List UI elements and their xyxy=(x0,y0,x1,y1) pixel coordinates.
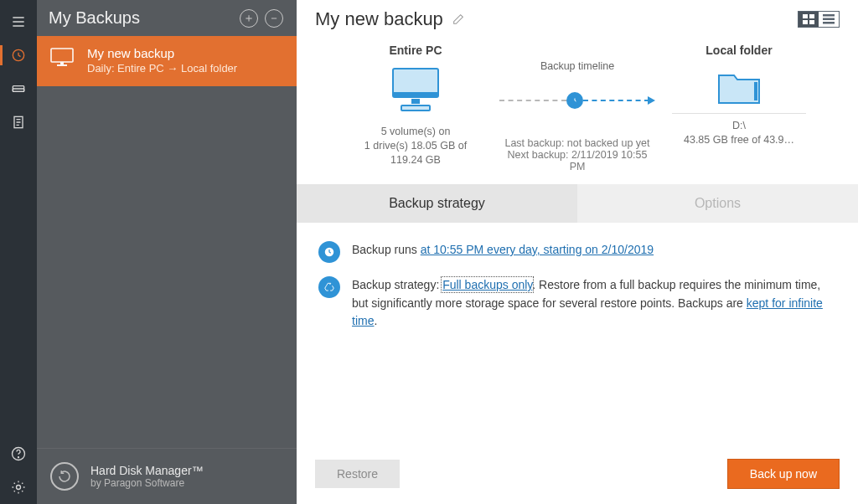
folder-icon xyxy=(672,65,806,110)
tab-options[interactable]: Options xyxy=(577,184,858,223)
svg-rect-9 xyxy=(60,62,64,65)
backup-now-button[interactable]: Back up now xyxy=(727,459,840,489)
svg-rect-18 xyxy=(393,92,438,97)
svg-point-5 xyxy=(18,457,19,458)
sidebar: My Backups ＋ － My new backup Daily: Enti… xyxy=(37,0,297,504)
backup-item-subtitle: Daily: Entire PC → Local folder xyxy=(87,62,237,75)
product-vendor: by Paragon Software xyxy=(90,477,204,489)
svg-rect-15 xyxy=(823,18,835,21)
svg-rect-7 xyxy=(51,49,73,62)
tabs: Backup strategy Options xyxy=(297,184,858,223)
strategy-suffix: . xyxy=(374,314,377,327)
next-backup-text: Next backup: 2/11/2019 10:55 PM xyxy=(499,149,655,172)
sidebar-footer: Hard Disk Manager™ by Paragon Software xyxy=(37,448,297,504)
help-icon[interactable] xyxy=(0,437,37,471)
view-list-button[interactable] xyxy=(819,12,839,27)
svg-rect-16 xyxy=(823,22,835,24)
timeline-label: Backup timeline xyxy=(499,60,655,72)
source-line3: 119.24 GB xyxy=(349,153,483,167)
arrow-icon xyxy=(648,96,655,105)
svg-rect-12 xyxy=(803,20,808,24)
disk-icon[interactable] xyxy=(0,72,37,105)
monitor-icon xyxy=(349,65,483,118)
product-name: Hard Disk Manager™ xyxy=(90,464,204,477)
action-bar: Restore Back up now xyxy=(297,449,858,504)
notes-icon[interactable] xyxy=(0,105,37,139)
view-toggle xyxy=(798,11,840,28)
history-icon[interactable] xyxy=(0,39,37,72)
icon-rail xyxy=(0,0,37,504)
svg-rect-14 xyxy=(823,14,835,17)
clock-badge-icon xyxy=(318,241,340,263)
source-line2: 1 drive(s) 18.05 GB of xyxy=(349,139,483,153)
source-column[interactable]: Entire PC 5 volume(s) on 1 drive(s) 18.0… xyxy=(349,44,483,167)
svg-rect-19 xyxy=(411,99,420,104)
recycle-badge-icon xyxy=(318,276,340,298)
pc-icon xyxy=(49,46,75,73)
svg-rect-10 xyxy=(803,14,808,18)
rename-icon[interactable] xyxy=(452,13,465,26)
strategy-row: Backup strategy: Full backups only. Rest… xyxy=(318,276,836,331)
svg-rect-11 xyxy=(809,14,814,18)
strategy-body: Backup runs at 10:55 PM every day, start… xyxy=(297,223,858,449)
svg-rect-22 xyxy=(754,82,757,100)
svg-rect-13 xyxy=(809,20,814,24)
schedule-link[interactable]: at 10:55 PM every day, starting on 2/10/… xyxy=(421,243,654,256)
strategy-prefix: Backup strategy: xyxy=(352,278,442,291)
main-panel: My new backup Entire PC 5 volume(s) on xyxy=(297,0,858,504)
restore-button[interactable]: Restore xyxy=(315,460,400,488)
target-column[interactable]: Local folder D:\ 43.85 GB free of 43.9… xyxy=(672,44,806,150)
product-logo-icon xyxy=(50,462,79,491)
page-title-text: My new backup xyxy=(315,8,443,30)
backup-overview: Entire PC 5 volume(s) on 1 drive(s) 18.0… xyxy=(315,30,840,184)
add-backup-button[interactable]: ＋ xyxy=(240,9,258,28)
schedule-row: Backup runs at 10:55 PM every day, start… xyxy=(318,241,836,263)
strategy-type-link[interactable]: Full backups only xyxy=(442,278,532,291)
clock-icon xyxy=(566,92,583,109)
timeline-graphic[interactable] xyxy=(499,92,655,109)
last-backup-text: Last backup: not backed up yet xyxy=(499,137,655,149)
target-free: 43.85 GB free of 43.9… xyxy=(672,133,806,147)
settings-icon[interactable] xyxy=(0,471,37,504)
menu-icon[interactable] xyxy=(0,5,37,39)
page-title: My new backup xyxy=(315,8,465,30)
target-path: D:\ xyxy=(672,119,806,133)
target-heading: Local folder xyxy=(672,44,806,57)
remove-backup-button[interactable]: － xyxy=(265,9,283,28)
view-cards-button[interactable] xyxy=(799,12,819,27)
backup-item-title: My new backup xyxy=(87,46,237,60)
svg-rect-20 xyxy=(401,105,430,111)
svg-point-6 xyxy=(17,486,21,490)
source-line1: 5 volume(s) on xyxy=(349,125,483,139)
sidebar-title: My Backups xyxy=(49,8,140,28)
timeline-column: Backup timeline Last backup: not backed … xyxy=(499,44,655,172)
schedule-prefix: Backup runs xyxy=(352,243,421,256)
backup-list-item[interactable]: My new backup Daily: Entire PC → Local f… xyxy=(37,36,297,86)
tab-backup-strategy[interactable]: Backup strategy xyxy=(297,184,577,223)
sidebar-header: My Backups ＋ － xyxy=(37,0,297,36)
svg-rect-2 xyxy=(13,89,23,91)
source-heading: Entire PC xyxy=(349,44,483,57)
